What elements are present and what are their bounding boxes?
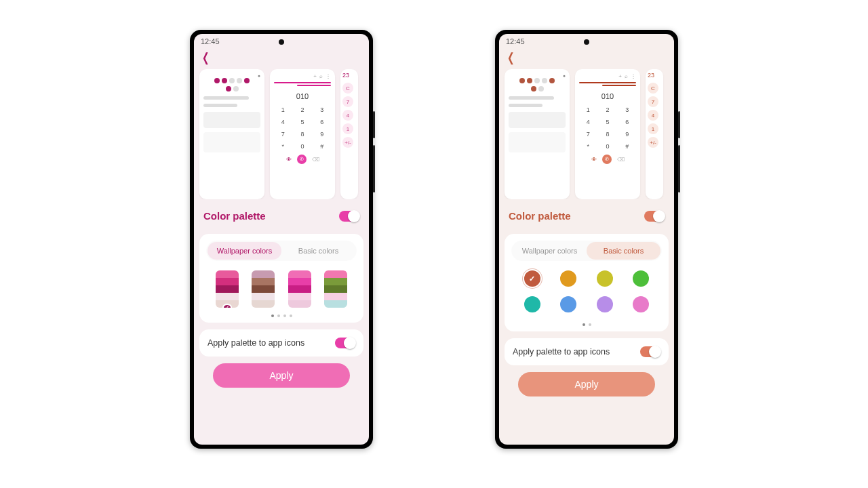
palette-tabs: Wallpaper colors Basic colors [511, 241, 662, 261]
dialer-display: 010 [274, 92, 331, 100]
call-icon: ✆ [297, 155, 307, 164]
apply-button[interactable]: Apply [518, 372, 655, 396]
palette-swatch[interactable] [288, 270, 311, 308]
basic-color-swatch[interactable] [633, 296, 649, 312]
color-palette-toggle[interactable] [644, 211, 665, 222]
preview-dialer[interactable]: +⌕⋮ 010 123456789*0# 👁 ✆ ⌫ [270, 69, 335, 199]
status-time: 12:45 [506, 37, 525, 45]
apply-to-icons-row: Apply palette to app icons [199, 329, 363, 357]
call-icon: ✆ [602, 155, 612, 164]
color-palette-title: Color palette [203, 210, 266, 222]
page-indicator [206, 314, 357, 317]
page-indicator [511, 323, 662, 326]
preview-dialer[interactable]: +⌕⋮ 010 123456789*0# 👁 ✆ ⌫ [575, 69, 640, 199]
basic-color-grid [511, 270, 662, 317]
color-palette-title: Color palette [509, 210, 571, 222]
apply-to-icons-label: Apply palette to app icons [208, 338, 304, 348]
tab-wallpaper-colors[interactable]: Wallpaper colors [208, 242, 281, 260]
tab-basic-colors[interactable]: Basic colors [281, 242, 355, 260]
palette-swatch[interactable] [252, 270, 275, 308]
palette-swatch[interactable]: ✓ [216, 270, 239, 308]
dialer-keypad: 123456789*0# [274, 104, 331, 152]
preview-quicksettings[interactable]: ● [505, 69, 570, 199]
color-palette-toggle[interactable] [339, 211, 359, 222]
basic-color-swatch[interactable] [597, 296, 613, 312]
theme-previews[interactable]: ● +⌕⋮ 010 123456789*0# 👁 [194, 69, 369, 199]
dialer-keypad: 123456789*0# [579, 104, 636, 152]
apply-button[interactable]: Apply [213, 363, 350, 388]
theme-previews[interactable]: ● +⌕⋮ 010 123456789*0# 👁 [499, 69, 674, 199]
palette-tabs: Wallpaper colors Basic colors [206, 241, 357, 261]
basic-color-swatch[interactable] [560, 270, 576, 287]
camera-cutout [279, 39, 284, 45]
back-button[interactable]: ❮ [202, 50, 210, 65]
basic-color-swatch[interactable] [524, 270, 540, 287]
palette-panel: Wallpaper colors Basic colors ✓ [199, 234, 363, 323]
apply-to-icons-label: Apply palette to app icons [513, 347, 610, 357]
phone-left: 12:45 ❮ ● +⌕⋮ [190, 30, 373, 449]
apply-to-icons-toggle[interactable] [335, 338, 355, 348]
preview-quicksettings[interactable]: ● [199, 69, 264, 199]
preview-calculator[interactable]: 23 C741+/- [340, 69, 358, 199]
phone-right: 12:45 ❮ ● +⌕⋮ [495, 30, 678, 449]
palette-swatch[interactable] [324, 270, 347, 308]
basic-color-swatch[interactable] [560, 296, 576, 312]
camera-cutout [584, 39, 589, 45]
tab-basic-colors[interactable]: Basic colors [587, 242, 660, 260]
dialer-display: 010 [579, 92, 636, 100]
apply-to-icons-toggle[interactable] [640, 346, 660, 357]
wallpaper-palettes: ✓ [206, 270, 357, 308]
apply-to-icons-row: Apply palette to app icons [505, 338, 669, 365]
back-button[interactable]: ❮ [507, 50, 515, 65]
preview-calculator[interactable]: 23 C741+/- [646, 69, 663, 199]
basic-color-swatch[interactable] [633, 270, 649, 287]
basic-color-swatch[interactable] [524, 296, 540, 312]
basic-color-swatch[interactable] [597, 270, 613, 287]
status-time: 12:45 [201, 37, 220, 45]
tab-wallpaper-colors[interactable]: Wallpaper colors [513, 242, 587, 260]
palette-panel: Wallpaper colors Basic colors [505, 234, 669, 331]
